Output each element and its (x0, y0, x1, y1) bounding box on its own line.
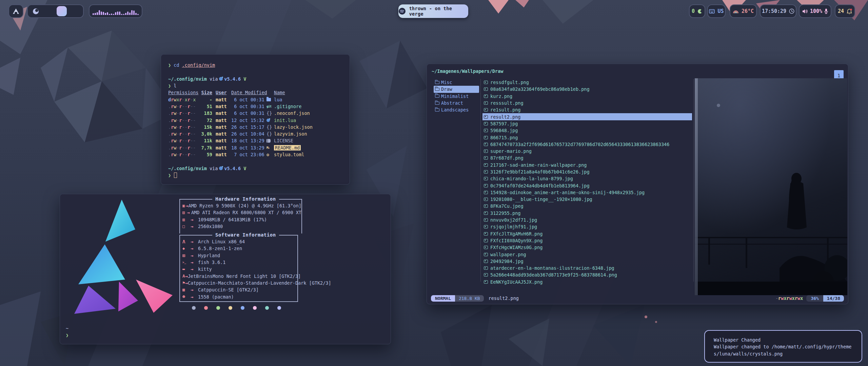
file-row[interactable]: 154928-odinokoe_anime-art-anime-okno-sin… (482, 189, 692, 196)
cursor-position-badge: 14/38 (823, 295, 844, 302)
file-row[interactable]: ressdfgult.png (482, 79, 692, 86)
file-row[interactable]: nnvuv0xj2df71.jpg (482, 217, 692, 223)
file-name: 20492984.jpg (490, 259, 524, 264)
workspace-button[interactable] (57, 6, 67, 16)
image-file-icon (484, 204, 488, 208)
file-row[interactable]: 0c794faf07de24a4db4d4fb1eb813964.jpg (482, 182, 692, 189)
notification-popup[interactable]: Wallpaper Changed Wallpaper changed to /… (704, 330, 862, 363)
file-name: re1sult.png (490, 107, 520, 113)
notifications-module[interactable]: 24 (835, 4, 855, 18)
sidebar-folder[interactable]: Minimalist (434, 93, 479, 100)
fetch-value: AMD Ryzen 9 5900X (24) @ 4.9GHz [61.3°on… (189, 203, 301, 208)
file-row[interactable]: 587597.jpg (482, 120, 692, 127)
shell-prompt: ~ ❯ (66, 325, 68, 339)
file-name: lazy-lock.json (274, 124, 313, 130)
audio-module[interactable]: 100% (799, 4, 831, 18)
file-owner: matt (216, 110, 229, 116)
shell-icon (182, 261, 191, 264)
file-name: wallpaper.png (490, 252, 526, 257)
image-file-icon (484, 156, 488, 160)
weather-module[interactable]: 26°C (730, 4, 757, 18)
file-name: super-mario.png (490, 148, 532, 154)
image-file-icon (484, 115, 488, 119)
file-row[interactable]: FXfcHgcWIAMzs0G.png (482, 244, 692, 251)
file-row[interactable]: 8FKa7Cu.jpeg (482, 203, 692, 209)
file-date: 6 oct 00:31 (231, 97, 267, 102)
file-name: 0c794faf07de24a4db4d4fb1eb813964.jpg (490, 183, 590, 188)
sidebar-folder[interactable]: Abstract (434, 100, 479, 106)
folder-name: Minimalist (441, 94, 469, 99)
file-row[interactable]: 08a634fa02a32364f69ebc86a98eb1eb.png (482, 86, 692, 93)
sidebar-folder[interactable]: Misc (434, 79, 479, 86)
file-row[interactable]: 3122955.png (482, 210, 692, 217)
file-manager-window[interactable]: ~/Imagenes/Wallpapers/Draw 1 Misc Draw M… (427, 64, 848, 304)
cwd-path: ~/.config/nvim (168, 166, 207, 171)
file-row[interactable]: chica-mirando-la-luna-8799.jpg (482, 175, 692, 182)
file-row[interactable]: 5a266e448add93deab367d87173e9f25-6837886… (482, 271, 692, 278)
wm-icon (182, 253, 191, 258)
cpu-icon (182, 203, 185, 208)
file-name: .gitignore (274, 104, 301, 109)
file-row[interactable]: 68747470733a2f2f696d616765732d7769786d70… (482, 141, 692, 148)
app-launcher-button[interactable] (8, 4, 23, 18)
clock-module[interactable]: 17:50:29 (760, 4, 796, 18)
software-info-box: Software Information → Arch Linux x86_64… (179, 235, 298, 302)
workspace-button[interactable] (44, 6, 52, 16)
file-row[interactable]: 3126f7e9bbf21a8a4af0b67b041c6e26.jpg (482, 168, 692, 175)
file-name: README.md (274, 145, 301, 150)
file-row[interactable]: 20492984.jpg (482, 258, 692, 265)
image-file-icon (484, 260, 488, 263)
lua-icon (219, 166, 223, 170)
file-row[interactable]: atardecer-en-la-montanas-ilustracion-634… (482, 265, 692, 271)
fastfetch-window[interactable]: Hardware Information → AMD Ryzen 9 5900X… (60, 194, 391, 344)
file-row[interactable]: super-mario.png (482, 148, 692, 155)
file-row[interactable]: FXfcJlTXgAMvH6R.png (482, 230, 692, 237)
file-name: rsjqojlmjhf91.jpg (490, 224, 537, 229)
updates-module[interactable]: 0 (689, 4, 705, 18)
mode-badge: NORMAL (431, 295, 455, 302)
file-row[interactable]: resssult.png (482, 100, 692, 106)
file-row[interactable]: FXfcII0X0AQyn9X.png (482, 237, 692, 244)
file-row[interactable]: 596848.jpg (482, 127, 692, 134)
visualizer-bar (115, 12, 116, 15)
file-row[interactable]: rsjqojlmjhf91.jpg (482, 223, 692, 230)
keyboard-icon (709, 9, 715, 14)
workspace-button[interactable] (32, 6, 40, 16)
fetch-value: Catppuccin-SE [GTK2/3] (198, 287, 259, 292)
fetch-row: → kitty (180, 266, 297, 272)
file-date: 26 oct 15:17 (231, 124, 267, 130)
fetch-row: → 1558 (pacman) (180, 293, 297, 300)
media-player-pill[interactable]: thrown - on the verge (398, 4, 468, 18)
file-row[interactable]: wallpaper.png (482, 251, 692, 258)
file-name: nnvuv0xj2df71.jpg (490, 217, 537, 223)
visualizer-bar (117, 12, 118, 15)
file-row[interactable]: result2.png (482, 113, 692, 120)
gpu-icon (182, 210, 187, 215)
file-row[interactable]: EeNKYgIUcAAJ5JX.png (482, 279, 692, 285)
file-row[interactable]: 87r687df.png (482, 155, 692, 161)
sidebar-folder[interactable]: Draw (434, 86, 479, 93)
file-owner: matt (216, 138, 229, 143)
file-date: 26 oct 10:04 (231, 131, 267, 137)
visualizer-bar (101, 12, 102, 15)
palette-dot (277, 306, 281, 310)
visualizer-bar (111, 14, 112, 15)
file-owner: matt (216, 124, 229, 130)
workspace-button[interactable] (72, 6, 79, 16)
file-row[interactable]: re1sult.png (482, 106, 692, 113)
file-row[interactable]: 866715.png (482, 134, 692, 141)
fetch-value: Arch Linux x86_64 (198, 239, 245, 244)
file-row[interactable]: 217167-sad-anime-rain-wallpaper.png (482, 162, 692, 168)
fetch-value: 10948MiB / 64183MiB (17%) (198, 217, 267, 222)
file-row[interactable]: kurz.png (482, 93, 692, 100)
file-row[interactable]: 19201080-__blue-tinge__-1920×1080.jpg (482, 196, 692, 203)
sidebar-folder[interactable]: Landscapes (434, 106, 479, 113)
nvim-icon: V (243, 166, 246, 171)
file-owner: matt (216, 152, 229, 157)
terminal-window[interactable]: ❯ cd .config/nvim ~/.config/nvim via v5.… (161, 54, 350, 185)
file-name: EeNKYgIUcAAJ5JX.png (490, 279, 542, 285)
file-name: init.lua (274, 118, 296, 123)
terminal-cursor[interactable] (174, 172, 177, 178)
file-name: 3122955.png (490, 210, 520, 216)
keyboard-layout-module[interactable]: US (707, 4, 726, 18)
